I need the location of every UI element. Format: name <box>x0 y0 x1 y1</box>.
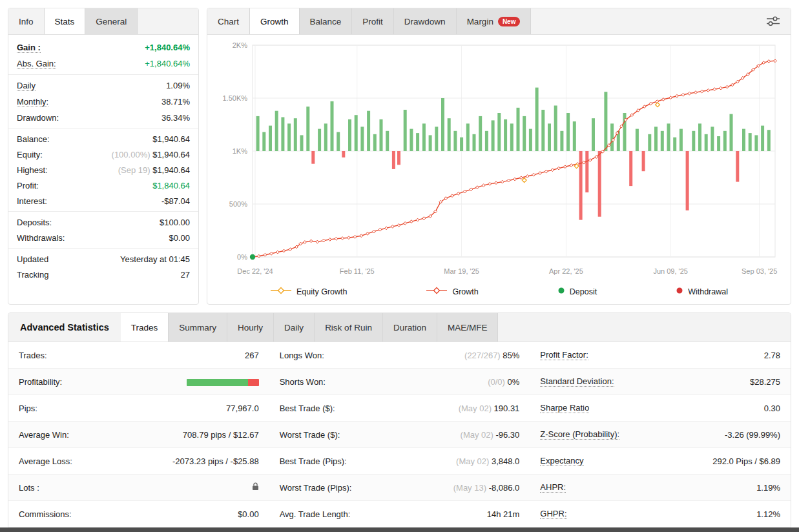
tab-label: Profit <box>362 17 383 26</box>
stats-list: Gain :+1,840.64%Abs. Gain:+1,840.64%Dail… <box>8 35 198 304</box>
tab-label: Risk of Ruin <box>325 323 372 332</box>
cell-value-prefix: (227/267) <box>464 351 503 360</box>
tab-label: General <box>96 17 127 26</box>
cell-label-worst-trade-pips: Worst Trade (Pips): <box>280 483 352 493</box>
table-row: Pips:77,967.0Best Trade ($):(May 02) 190… <box>8 395 791 422</box>
chart-settings-button[interactable] <box>756 8 791 34</box>
stats-tab-daily[interactable]: Daily <box>274 313 315 342</box>
stat-value-balance: $1,940.64 <box>152 134 190 144</box>
tab-label: Growth <box>260 17 289 26</box>
cell-value-prefix: (May 02) <box>461 430 496 440</box>
new-badge: New <box>498 17 521 26</box>
bottom-panel-header: Advanced Statistics TradesSummaryHourlyD… <box>8 313 791 342</box>
horizontal-scrollbar[interactable] <box>0 527 799 532</box>
chart-panel: ChartGrowthBalanceProfitDrawdownMarginNe… <box>207 8 791 305</box>
cell-label-ghpr[interactable]: GHPR: <box>540 509 566 519</box>
cell-average-loss: Average Loss:-2073.23 pips / -$25.88 <box>8 448 269 474</box>
stat-label-withdrawals: Withdrawals: <box>17 233 65 243</box>
cell-value-longs-won: (227/267) 85% <box>464 351 519 360</box>
cell-shorts-won: Shorts Won:(0/0) 0% <box>269 369 530 394</box>
profitability-bar <box>187 379 259 386</box>
cell-label-sharpe-ratio[interactable]: Sharpe Ratio <box>540 403 589 413</box>
tab-label: Balance <box>310 17 342 26</box>
cell-worst-trade-pips: Worst Trade (Pips):(May 13) -8,086.0 <box>269 475 530 500</box>
stats-tab-summary[interactable]: Summary <box>169 313 227 342</box>
cell-value-expectancy: 292.0 Pips / $6.89 <box>712 456 780 466</box>
cell-longs-won: Longs Won:(227/267) 85% <box>269 342 530 368</box>
tab-label: Trades <box>131 323 158 332</box>
svg-text:Sep 03, '25: Sep 03, '25 <box>742 267 777 275</box>
cell-label-profitability: Profitability: <box>19 377 62 387</box>
cell-ahpr: AHPR:1.19% <box>530 475 791 500</box>
cell-label-z-score-probability[interactable]: Z-Score (Probability): <box>540 429 619 440</box>
chart-tab-balance[interactable]: Balance <box>300 8 353 34</box>
tab-label: Info <box>19 17 34 26</box>
stat-label-daily[interactable]: Daily <box>17 81 36 91</box>
tab-stats[interactable]: Stats <box>45 8 86 34</box>
cell-value-best-trade: (May 02) 190.31 <box>459 404 520 413</box>
cell-value-prefix: (May 02) <box>456 456 492 466</box>
stat-group: Balance:$1,940.64Equity:(100.00%) $1,940… <box>8 128 198 212</box>
stat-label-monthly[interactable]: Monthly: <box>17 97 48 107</box>
cell-value-profitability <box>187 377 259 387</box>
page: InfoStatsGeneral Gain :+1,840.64%Abs. Ga… <box>0 0 799 528</box>
cell-label-avg-trade-length: Avg. Trade Length: <box>280 509 351 519</box>
stat-label-gain[interactable]: Gain : <box>17 43 41 53</box>
stat-row-deposits: Deposits:$100.00 <box>8 214 198 230</box>
stat-label-tracking: Tracking <box>17 270 48 280</box>
stat-row-balance: Balance:$1,940.64 <box>8 131 198 147</box>
legend-item-growth[interactable]: Growth <box>426 287 478 296</box>
stats-tab-mae-mfe[interactable]: MAE/MFE <box>437 313 499 342</box>
cell-label-expectancy[interactable]: Expectancy <box>540 456 583 466</box>
legend-item-deposit[interactable]: Deposit <box>557 287 597 296</box>
stat-label-abs-gain[interactable]: Abs. Gain: <box>17 59 56 69</box>
stat-row-updated: UpdatedYesterday at 01:45 <box>8 251 198 267</box>
table-row: Trades:267Longs Won:(227/267) 85%Profit … <box>8 342 791 369</box>
advanced-statistics-title: Advanced Statistics <box>8 313 121 342</box>
chart-tab-profit[interactable]: Profit <box>352 8 394 34</box>
cell-label-standard-deviation[interactable]: Standard Deviation: <box>540 376 614 387</box>
cell-label-best-trade: Best Trade ($): <box>280 404 335 413</box>
stats-tab-risk-of-ruin[interactable]: Risk of Ruin <box>315 313 383 342</box>
stat-value-tracking: 27 <box>181 270 190 280</box>
cell-label-ahpr[interactable]: AHPR: <box>540 482 566 493</box>
tab-label: Daily <box>284 323 304 332</box>
tab-general[interactable]: General <box>85 8 138 34</box>
stat-row-gain: Gain :+1,840.64% <box>8 39 198 56</box>
chart-tab-growth[interactable]: Growth <box>250 8 300 34</box>
stat-row-withdrawals: Withdrawals:$0.00 <box>8 230 198 245</box>
legend-item-withdrawal[interactable]: Withdrawal <box>676 287 728 296</box>
cell-label-commissions: Commissions: <box>19 509 72 519</box>
chart-tab-chart[interactable]: Chart <box>207 8 250 34</box>
stat-label-highest: Highest: <box>17 165 48 175</box>
cell-value-worst-trade-pips: (May 13) -8,086.0 <box>453 483 520 493</box>
chart-tab-drawdown[interactable]: Drawdown <box>394 8 457 34</box>
stat-value-drawdown: 36.34% <box>161 113 190 123</box>
stats-tab-duration[interactable]: Duration <box>383 313 437 342</box>
stats-tab-trades[interactable]: Trades <box>121 313 169 342</box>
chart-tab-margin[interactable]: MarginNew <box>457 8 532 34</box>
svg-text:Feb 11, '25: Feb 11, '25 <box>340 267 375 275</box>
svg-text:Apr 22, '25: Apr 22, '25 <box>549 267 583 275</box>
stat-row-equity: Equity:(100.00%) $1,940.64 <box>8 147 198 162</box>
cell-ghpr: GHPR:1.12% <box>530 501 791 527</box>
stat-label-updated: Updated <box>17 254 48 264</box>
cell-label-profit-factor[interactable]: Profit Factor: <box>540 350 588 360</box>
circle-marker-icon <box>676 287 683 296</box>
stat-row-monthly: Monthly:38.71% <box>8 94 198 110</box>
cell-value-prefix: (May 02) <box>459 404 494 413</box>
cell-value-z-score-probability: -3.26 (99.99%) <box>725 430 780 440</box>
legend-item-equity-growth[interactable]: Equity Growth <box>270 287 348 296</box>
stat-value-daily: 1.09% <box>166 81 190 90</box>
svg-text:500%: 500% <box>229 200 247 208</box>
cell-average-win: Average Win:708.79 pips / $12.67 <box>8 422 269 447</box>
chart-body: Dec 22, '24Feb 11, '25Mar 19, '25Apr 22,… <box>207 35 791 279</box>
table-row: Average Win:708.79 pips / $12.67Worst Tr… <box>8 422 791 448</box>
stats-tab-hourly[interactable]: Hourly <box>227 313 274 342</box>
cell-value-average-loss: -2073.23 pips / -$25.88 <box>172 456 259 466</box>
tab-label: Duration <box>393 323 426 332</box>
profitability-loss-segment <box>248 379 259 386</box>
svg-text:1K%: 1K% <box>233 147 247 155</box>
cell-value-profit-factor: 2.78 <box>764 351 780 360</box>
tab-info[interactable]: Info <box>8 8 45 34</box>
